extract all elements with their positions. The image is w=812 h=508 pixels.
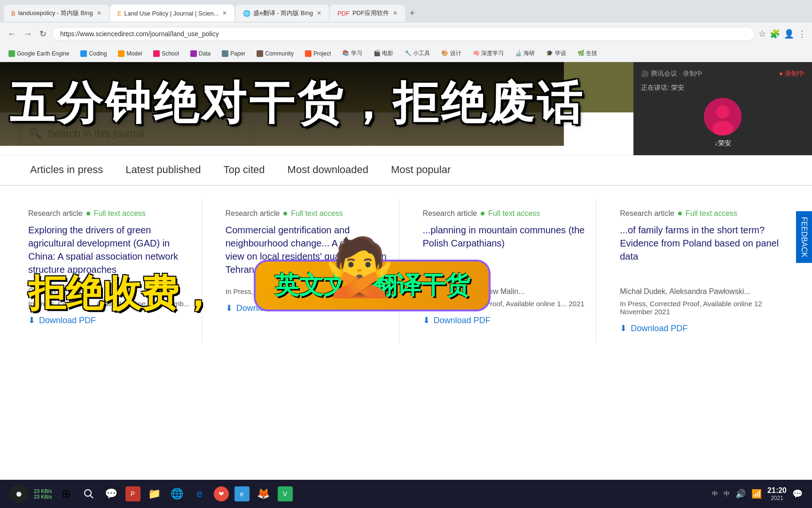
user-name: ↓荣安 — [641, 139, 804, 148]
taskbar-icon-app7[interactable]: 🦊 — [255, 485, 272, 502]
taskbar-icon-chrome[interactable]: 🌐 — [169, 485, 186, 502]
network-indicator: 23 KB/s 23 KB/s — [34, 488, 52, 500]
bookmark-paper[interactable]: Paper — [219, 49, 248, 58]
browser-actions: ☆ 🧩 👤 ⋮ — [758, 29, 806, 39]
taskbar-right: 中 中 🔊 📶 21:20 2021 💬 — [712, 486, 803, 501]
tab-most-popular[interactable]: Most popular — [380, 155, 462, 186]
address-bar-row: ← → ↻ ☆ 🧩 👤 ⋮ — [0, 23, 812, 45]
taskbar-icon-app5[interactable]: ❤ — [214, 486, 229, 501]
tab-latest-published[interactable]: Latest published — [114, 155, 212, 186]
access-dot-2 — [283, 212, 287, 215]
tab-3-close[interactable]: ✕ — [317, 10, 321, 16]
bookmark-design[interactable]: 🎨 设计 — [438, 48, 464, 58]
feedback-button[interactable]: FEEDBACK — [796, 211, 812, 263]
taskbar-icon-windows[interactable]: ⊞ — [58, 485, 75, 502]
bookmark-deeplearning[interactable]: 🧠 深度学习 — [470, 48, 507, 58]
download-icon-4: ⬇ — [620, 323, 627, 333]
tab-bar: B landusepolicy - 简内版 Bing ✕ E Land Use … — [0, 0, 812, 23]
clock-widget: 🕐 — [9, 484, 28, 503]
browser-chrome: B landusepolicy - 简内版 Bing ✕ E Land Use … — [0, 0, 812, 62]
banner-text: 五分钟绝对干货，拒绝废话 — [9, 73, 545, 135]
bookmark-grad[interactable]: 🎓 毕设 — [543, 48, 569, 58]
svg-point-3 — [85, 490, 91, 496]
bookmark-gee[interactable]: Google Earth Engine — [6, 49, 72, 58]
download-icon-2: ⬇ — [226, 303, 233, 313]
menu-icon[interactable]: ⋮ — [798, 29, 806, 39]
taskbar-left: 🕐 23 KB/s 23 KB/s ⊞ 💬 P 📁 🌐 e ❤ e 🦊 V — [9, 484, 293, 503]
article-meta-1: Research article Full text access — [28, 209, 192, 218]
tab-4-close[interactable]: ✕ — [393, 10, 398, 16]
tab-1-close[interactable]: ✕ — [97, 10, 102, 16]
tray-volume[interactable]: 🔊 — [735, 489, 746, 499]
tab-4[interactable]: PDF PDF应用软件 ✕ — [330, 5, 405, 22]
bookmark-model[interactable]: Model — [115, 49, 145, 58]
search-taskbar-icon — [84, 489, 94, 499]
input-method[interactable]: 中 — [712, 490, 718, 498]
system-clock: 21:20 2021 — [767, 486, 787, 501]
access-dot-3 — [481, 212, 484, 215]
bookmark-data[interactable]: Data — [187, 49, 213, 58]
taskbar-icon-app6[interactable]: e — [234, 486, 250, 501]
access-dot-1 — [86, 212, 90, 215]
bookmark-coding[interactable]: Coding — [78, 49, 109, 58]
taskbar-icon-cortana[interactable]: 💬 — [103, 485, 120, 502]
bookmark-community[interactable]: Community — [254, 49, 297, 58]
extension-icon[interactable]: 🧩 — [770, 29, 780, 39]
new-tab-button[interactable]: + — [406, 7, 419, 20]
meeting-overlay: 🎥 腾讯会议 · 录制中 ● 录制中 正在讲话: 荣安 ↓荣安 — [633, 62, 812, 155]
taskbar-icon-explorer[interactable]: 📁 — [146, 485, 163, 502]
tab-3[interactable]: 🌐 盛e翻译 - 简内版 Bing ✕ — [235, 5, 328, 22]
bookmark-movie[interactable]: 🎬 电影 — [371, 48, 396, 58]
bookmark-study[interactable]: 📚 学习 — [339, 48, 365, 58]
language-indicator[interactable]: 中 — [724, 490, 730, 498]
taskbar-icon-ppt[interactable]: P — [125, 486, 141, 501]
tab-articles-in-press[interactable]: Articles in press — [19, 155, 114, 186]
bookmark-project[interactable]: Project — [302, 49, 334, 58]
download-btn-3[interactable]: ⬇ Download PDF — [423, 315, 587, 325]
bookmark-bio[interactable]: 🌿 生技 — [575, 48, 600, 58]
bookmark-icon-community — [257, 50, 263, 57]
access-dot-4 — [678, 212, 682, 215]
meeting-header: 🎥 腾讯会议 · 录制中 ● 录制中 — [641, 70, 804, 78]
star-icon[interactable]: ☆ — [758, 29, 766, 39]
tray-network[interactable]: 📶 — [751, 489, 762, 499]
taskbar-icon-search[interactable] — [80, 485, 97, 502]
svg-line-4 — [90, 495, 93, 498]
bookmark-school[interactable]: School — [150, 49, 182, 58]
svg-point-1 — [716, 105, 729, 119]
bookmark-icon-gee — [8, 50, 15, 57]
article-card-4: Research article Full text access ...of … — [610, 200, 793, 343]
svg-point-2 — [712, 121, 733, 135]
user-icon[interactable]: 👤 — [784, 29, 794, 39]
emoji-character: 🙅 — [324, 234, 395, 301]
bookmarks-bar: Google Earth Engine Coding Model School … — [0, 45, 812, 62]
bookmark-icon-paper — [222, 50, 228, 57]
tab-1[interactable]: B landusepolicy - 简内版 Bing ✕ — [4, 5, 109, 22]
tab-most-downloaded[interactable]: Most downloaded — [276, 155, 380, 186]
forward-button[interactable]: → — [22, 27, 34, 41]
article-meta-3: Research article Full text access — [423, 209, 587, 218]
article-date-4: In Press, Corrected Proof, Available onl… — [620, 300, 784, 316]
download-icon-3: ⬇ — [423, 315, 430, 325]
tab-2[interactable]: E Land Use Policy | Journal | Scien... ✕ — [110, 5, 235, 22]
taskbar: 🕐 23 KB/s 23 KB/s ⊞ 💬 P 📁 🌐 e ❤ e 🦊 V 中 … — [0, 480, 812, 508]
notification-icon[interactable]: 💬 — [792, 489, 803, 499]
tab-top-cited[interactable]: Top cited — [212, 155, 276, 186]
main-banner-overlay: 五分钟绝对干货，拒绝废话 — [0, 62, 564, 146]
article-meta-4: Research article Full text access — [620, 209, 784, 218]
taskbar-icon-app8[interactable]: V — [278, 486, 293, 501]
article-meta-2: Research article Full text access — [226, 209, 390, 218]
meeting-talking: 正在讲话: 荣安 — [641, 84, 804, 92]
reload-button[interactable]: ↻ — [38, 27, 48, 41]
bookmark-tools[interactable]: 🔧 小工具 — [402, 48, 433, 58]
taskbar-icon-edge[interactable]: e — [191, 485, 208, 502]
back-button[interactable]: ← — [6, 27, 18, 41]
bookmark-icon-project — [305, 50, 312, 57]
download-btn-4[interactable]: ⬇ Download PDF — [620, 323, 784, 333]
address-input[interactable] — [52, 27, 755, 41]
main-content: Guide forauthors ↗ 🔍 Articles in press L… — [0, 62, 812, 357]
bookmark-research[interactable]: 🔬 海研 — [512, 48, 538, 58]
bookmark-icon-model — [118, 50, 125, 57]
refuse-fees-text: 拒绝收费， — [28, 269, 216, 319]
tab-2-close[interactable]: ✕ — [222, 10, 227, 16]
